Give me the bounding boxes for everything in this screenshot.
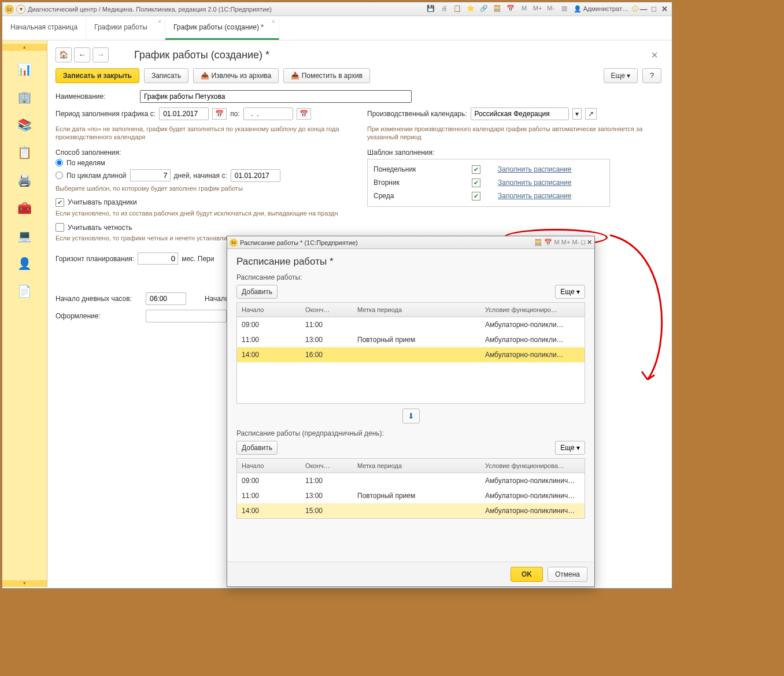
more-button-1[interactable]: Еще ▾	[555, 285, 585, 299]
dialog-section1-label: Расписание работы:	[236, 273, 585, 281]
name-input[interactable]	[140, 90, 412, 103]
period-hint: Если дата «по» не заполнена, график буде…	[56, 125, 350, 142]
open-ref-icon[interactable]: ↗	[585, 108, 597, 120]
sidebar-person-icon[interactable]: 👤	[14, 253, 35, 274]
star-icon[interactable]: ⭐	[465, 5, 476, 14]
dropdown-icon[interactable]: ▾	[572, 108, 582, 120]
sidebar-building-icon[interactable]: 🏢	[14, 87, 35, 107]
calc-icon[interactable]: 🧮	[492, 5, 502, 14]
table1: 09:0011:00Амбулаторно-поликли… 11:0013:0…	[236, 317, 585, 404]
tab-schedules[interactable]: Графики работы×	[86, 16, 165, 40]
sidebar-help-icon[interactable]: 📋	[14, 142, 35, 163]
tab-start-page[interactable]: Начальная страница	[2, 16, 86, 40]
back-button[interactable]: ←	[74, 47, 90, 62]
archive-button[interactable]: 📥 Поместить в архив	[283, 68, 370, 83]
template-label: Шаблон заполнения:	[367, 148, 661, 157]
close-icon[interactable]: ×	[272, 18, 275, 25]
sidebar-collapse-bottom[interactable]: ▾	[2, 580, 47, 587]
dialog-close-button[interactable]: ✕	[587, 239, 592, 246]
horizon-unit: мес. Пери	[182, 255, 214, 263]
save-and-close-button[interactable]: Записать и закрыть	[56, 68, 139, 83]
extract-archive-button[interactable]: 📤 Извлечь из архива	[193, 68, 279, 83]
sidebar-collapse-top[interactable]: ▴	[2, 44, 47, 51]
dialog-window-title: Расписание работы * (1С:Предприятие)	[240, 239, 358, 246]
calendar-icon[interactable]: 📅	[505, 5, 516, 14]
col-cond: Условие функционирова…	[480, 459, 585, 473]
schedule-dialog: 1c Расписание работы * (1С:Предприятие) …	[227, 236, 595, 587]
ok-button[interactable]: OK	[511, 567, 543, 582]
calendar-input[interactable]	[471, 107, 569, 120]
sidebar-books-icon[interactable]: 📚	[14, 114, 35, 135]
design-input[interactable]	[146, 310, 227, 322]
calc-icon[interactable]: 🧮	[534, 239, 542, 246]
monday-checkbox[interactable]: ✔	[472, 165, 480, 174]
radio-cycle[interactable]	[56, 172, 63, 179]
window-minimize-button[interactable]: —	[638, 5, 649, 13]
calendar-picker-icon[interactable]: 📅	[212, 108, 227, 120]
print-icon[interactable]: 🖨	[439, 5, 449, 14]
sidebar-docs-icon[interactable]: 📄	[14, 281, 35, 302]
m-minus-icon[interactable]: M-	[572, 239, 579, 246]
save-icon[interactable]: 💾	[426, 5, 436, 14]
table-row[interactable]: 14:0015:00Амбулаторно-поликлинич…	[237, 503, 585, 518]
tuesday-checkbox[interactable]: ✔	[472, 179, 480, 187]
col-start: Начало	[237, 459, 301, 473]
sidebar-chart-icon[interactable]: 📊	[14, 59, 35, 80]
period-to-input[interactable]	[243, 107, 293, 120]
parity-checkbox[interactable]	[56, 223, 64, 232]
link-icon[interactable]: 🔗	[479, 5, 489, 14]
history-back-button[interactable]: ▾	[16, 5, 25, 14]
table-row[interactable]: 11:0013:00Повторный приемАмбулаторно-пол…	[237, 488, 585, 503]
tab-schedule-create[interactable]: График работы (создание) *×	[165, 16, 279, 40]
cycle-days-label: дней, начиная с:	[174, 172, 227, 180]
dialog-maximize-button[interactable]: □	[581, 239, 585, 246]
close-icon[interactable]: ×	[158, 18, 161, 25]
m-icon[interactable]: M	[554, 239, 560, 246]
m-plus-icon[interactable]: M+	[561, 239, 571, 246]
sidebar-medkit-icon[interactable]: 🧰	[14, 198, 35, 218]
more-button-2[interactable]: Еще ▾	[555, 441, 585, 455]
save-button[interactable]: Записать	[144, 68, 188, 83]
copy-icon[interactable]: 📋	[452, 5, 463, 14]
table2-header: Начало Оконч… Метка периода Условие функ…	[236, 458, 585, 473]
cycle-length-input[interactable]	[130, 169, 171, 181]
cycle-start-input[interactable]	[231, 169, 280, 182]
add-row-button-2[interactable]: Добавить	[236, 441, 278, 455]
titlebar: 1c ▾ Диагностический центр / Медицина. П…	[2, 2, 672, 16]
window-close-button[interactable]: ✕	[659, 5, 670, 13]
table-row[interactable]: 09:0011:00Амбулаторно-поликли…	[237, 317, 585, 332]
copy-down-button[interactable]: ⬇	[402, 408, 420, 424]
fill-method-label: Способ заполнения:	[56, 148, 350, 157]
horizon-input[interactable]	[138, 252, 178, 265]
close-page-button[interactable]: ×	[648, 49, 661, 62]
table-row[interactable]: 11:0013:00Повторный приемАмбулаторно-пол…	[237, 332, 585, 347]
more-button[interactable]: Еще ▾	[604, 68, 638, 83]
cancel-button[interactable]: Отмена	[548, 567, 587, 582]
panel-icon[interactable]: ▥	[559, 5, 569, 14]
calendar-picker-icon[interactable]: 📅	[297, 108, 311, 120]
home-button[interactable]: 🏠	[56, 47, 72, 62]
window-maximize-button[interactable]: □	[649, 5, 659, 13]
sidebar-printer-icon[interactable]: 🖨️	[14, 170, 35, 191]
m-minus-icon[interactable]: M-	[546, 5, 556, 14]
info-icon[interactable]: ⓘ	[632, 5, 638, 13]
radio-weekly[interactable]	[56, 159, 63, 166]
table-row[interactable]: 09:0011:00Амбулаторно-поликлинич…	[237, 473, 585, 488]
help-button[interactable]: ?	[642, 68, 661, 83]
wednesday-checkbox[interactable]: ✔	[472, 192, 480, 200]
calendar-icon[interactable]: 📅	[544, 239, 552, 246]
forward-button[interactable]: →	[93, 47, 109, 62]
fill-schedule-link-mon[interactable]: Заполнить расписание	[498, 165, 571, 173]
current-user[interactable]: 👤 Администрат…	[574, 5, 628, 13]
table-row[interactable]: 14:0016:00Амбулаторно-поликли…	[237, 347, 585, 362]
m-plus-icon[interactable]: M+	[532, 5, 543, 14]
daystart-input[interactable]	[146, 292, 186, 305]
add-row-button-1[interactable]: Добавить	[236, 285, 278, 299]
fill-schedule-link-wed[interactable]: Заполнить расписание	[498, 192, 571, 200]
holidays-checkbox[interactable]: ✔	[56, 198, 64, 207]
period-from-input[interactable]	[159, 107, 209, 120]
fill-schedule-link-tue[interactable]: Заполнить расписание	[498, 179, 571, 187]
sidebar-cashier-icon[interactable]: 💻	[14, 225, 35, 246]
m-icon[interactable]: M	[519, 5, 529, 14]
page-title: График работы (создание) *	[134, 49, 269, 61]
